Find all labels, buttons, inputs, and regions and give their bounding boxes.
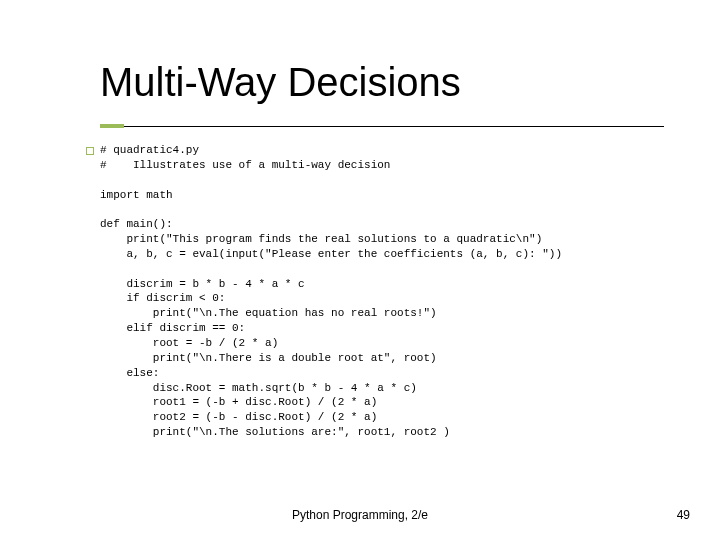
code-block: # quadratic4.py # Illustrates use of a m… <box>100 143 720 440</box>
bullet-icon <box>86 147 94 155</box>
body-content: # quadratic4.py # Illustrates use of a m… <box>100 143 720 440</box>
slide-title: Multi-Way Decisions <box>100 60 720 105</box>
footer-page-number: 49 <box>677 508 690 522</box>
title-underline <box>124 126 664 127</box>
slide: Multi-Way Decisions # quadratic4.py # Il… <box>0 0 720 540</box>
title-accent-bar <box>100 124 124 128</box>
footer-book-title: Python Programming, 2/e <box>0 508 720 522</box>
